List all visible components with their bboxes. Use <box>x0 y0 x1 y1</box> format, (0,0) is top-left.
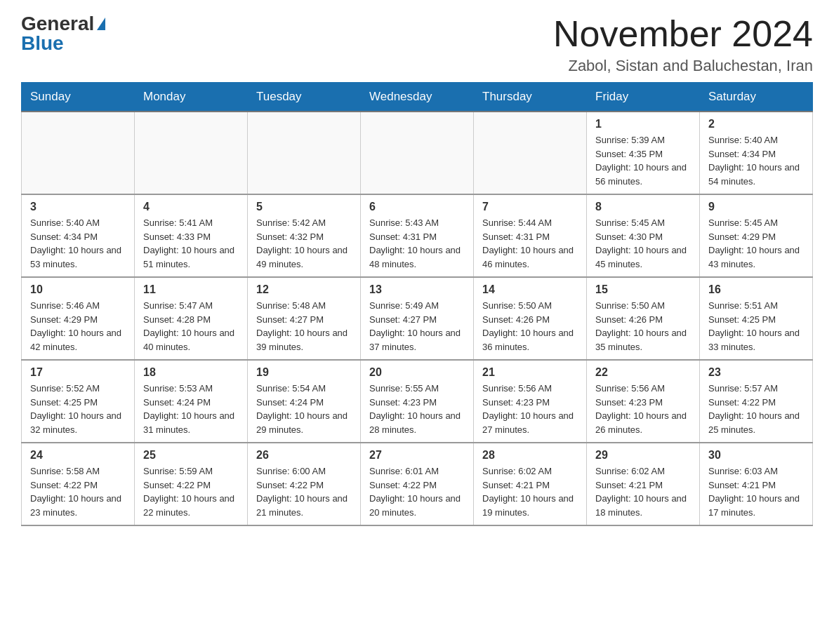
day-number: 14 <box>482 283 578 296</box>
calendar-cell: 3Sunrise: 5:40 AMSunset: 4:34 PMDaylight… <box>22 194 135 277</box>
calendar-body: 1Sunrise: 5:39 AMSunset: 4:35 PMDaylight… <box>22 112 813 525</box>
day-number: 3 <box>30 201 126 213</box>
calendar-cell <box>22 112 135 194</box>
day-info: Sunrise: 5:47 AMSunset: 4:28 PMDaylight:… <box>143 299 239 354</box>
calendar-cell: 12Sunrise: 5:48 AMSunset: 4:27 PMDayligh… <box>248 277 361 360</box>
calendar-cell <box>474 112 587 194</box>
day-info: Sunrise: 6:02 AMSunset: 4:21 PMDaylight:… <box>482 464 578 519</box>
weekday-header-monday: Monday <box>135 83 248 112</box>
day-info: Sunrise: 5:39 AMSunset: 4:35 PMDaylight:… <box>595 133 691 188</box>
calendar-cell: 22Sunrise: 5:56 AMSunset: 4:23 PMDayligh… <box>587 360 700 443</box>
calendar-cell: 14Sunrise: 5:50 AMSunset: 4:26 PMDayligh… <box>474 277 587 360</box>
calendar-cell: 28Sunrise: 6:02 AMSunset: 4:21 PMDayligh… <box>474 443 587 525</box>
calendar-cell: 5Sunrise: 5:42 AMSunset: 4:32 PMDaylight… <box>248 194 361 277</box>
calendar-cell: 13Sunrise: 5:49 AMSunset: 4:27 PMDayligh… <box>361 277 474 360</box>
weekday-header-thursday: Thursday <box>474 83 587 112</box>
day-number: 27 <box>369 449 465 462</box>
day-number: 7 <box>482 201 578 213</box>
day-info: Sunrise: 5:51 AMSunset: 4:25 PMDaylight:… <box>708 299 804 354</box>
day-number: 17 <box>30 366 126 379</box>
day-number: 1 <box>595 118 691 130</box>
title-area: November 2024 Zabol, Sistan and Baluches… <box>553 14 813 75</box>
day-number: 6 <box>369 201 465 213</box>
day-number: 28 <box>482 449 578 462</box>
day-info: Sunrise: 5:44 AMSunset: 4:31 PMDaylight:… <box>482 216 578 271</box>
day-number: 8 <box>595 201 691 213</box>
day-info: Sunrise: 5:56 AMSunset: 4:23 PMDaylight:… <box>595 382 691 436</box>
logo-triangle-icon <box>97 18 105 30</box>
day-number: 18 <box>143 366 239 379</box>
calendar-table: SundayMondayTuesdayWednesdayThursdayFrid… <box>21 82 813 526</box>
calendar-cell: 16Sunrise: 5:51 AMSunset: 4:25 PMDayligh… <box>700 277 813 360</box>
calendar-cell: 24Sunrise: 5:58 AMSunset: 4:22 PMDayligh… <box>22 443 135 525</box>
day-number: 21 <box>482 366 578 379</box>
weekday-header-saturday: Saturday <box>700 83 813 112</box>
day-info: Sunrise: 5:46 AMSunset: 4:29 PMDaylight:… <box>30 299 126 354</box>
day-info: Sunrise: 5:45 AMSunset: 4:30 PMDaylight:… <box>595 216 691 271</box>
logo-blue-text: Blue <box>21 34 64 53</box>
day-info: Sunrise: 5:54 AMSunset: 4:24 PMDaylight:… <box>256 382 352 436</box>
day-number: 9 <box>708 201 804 213</box>
day-info: Sunrise: 5:57 AMSunset: 4:22 PMDaylight:… <box>708 382 804 436</box>
day-info: Sunrise: 5:50 AMSunset: 4:26 PMDaylight:… <box>595 299 691 354</box>
weekday-header-tuesday: Tuesday <box>248 83 361 112</box>
day-info: Sunrise: 5:48 AMSunset: 4:27 PMDaylight:… <box>256 299 352 354</box>
day-info: Sunrise: 5:41 AMSunset: 4:33 PMDaylight:… <box>143 216 239 271</box>
calendar-cell: 23Sunrise: 5:57 AMSunset: 4:22 PMDayligh… <box>700 360 813 443</box>
day-number: 5 <box>256 201 352 213</box>
calendar-cell <box>248 112 361 194</box>
day-info: Sunrise: 5:52 AMSunset: 4:25 PMDaylight:… <box>30 382 126 436</box>
day-info: Sunrise: 6:03 AMSunset: 4:21 PMDaylight:… <box>708 464 804 519</box>
weekday-header-wednesday: Wednesday <box>361 83 474 112</box>
calendar-cell <box>361 112 474 194</box>
calendar-header: SundayMondayTuesdayWednesdayThursdayFrid… <box>22 83 813 112</box>
header: General Blue November 2024 Zabol, Sistan… <box>21 14 813 75</box>
month-title: November 2024 <box>553 14 813 54</box>
day-number: 13 <box>369 283 465 296</box>
calendar-week-3: 10Sunrise: 5:46 AMSunset: 4:29 PMDayligh… <box>22 277 813 360</box>
calendar-cell: 18Sunrise: 5:53 AMSunset: 4:24 PMDayligh… <box>135 360 248 443</box>
location-title: Zabol, Sistan and Baluchestan, Iran <box>553 57 813 75</box>
calendar-cell: 27Sunrise: 6:01 AMSunset: 4:22 PMDayligh… <box>361 443 474 525</box>
day-info: Sunrise: 5:58 AMSunset: 4:22 PMDaylight:… <box>30 464 126 519</box>
calendar-week-1: 1Sunrise: 5:39 AMSunset: 4:35 PMDaylight… <box>22 112 813 194</box>
day-number: 24 <box>30 449 126 462</box>
calendar-cell: 21Sunrise: 5:56 AMSunset: 4:23 PMDayligh… <box>474 360 587 443</box>
day-number: 15 <box>595 283 691 296</box>
day-info: Sunrise: 5:56 AMSunset: 4:23 PMDaylight:… <box>482 382 578 436</box>
calendar-cell: 25Sunrise: 5:59 AMSunset: 4:22 PMDayligh… <box>135 443 248 525</box>
day-number: 16 <box>708 283 804 296</box>
calendar-cell: 1Sunrise: 5:39 AMSunset: 4:35 PMDaylight… <box>587 112 700 194</box>
calendar-cell: 7Sunrise: 5:44 AMSunset: 4:31 PMDaylight… <box>474 194 587 277</box>
logo: General Blue <box>21 14 105 53</box>
day-info: Sunrise: 5:45 AMSunset: 4:29 PMDaylight:… <box>708 216 804 271</box>
day-number: 22 <box>595 366 691 379</box>
calendar-week-4: 17Sunrise: 5:52 AMSunset: 4:25 PMDayligh… <box>22 360 813 443</box>
day-number: 10 <box>30 283 126 296</box>
day-number: 29 <box>595 449 691 462</box>
day-info: Sunrise: 6:02 AMSunset: 4:21 PMDaylight:… <box>595 464 691 519</box>
day-number: 20 <box>369 366 465 379</box>
calendar-cell: 30Sunrise: 6:03 AMSunset: 4:21 PMDayligh… <box>700 443 813 525</box>
weekday-header-sunday: Sunday <box>22 83 135 112</box>
day-info: Sunrise: 5:59 AMSunset: 4:22 PMDaylight:… <box>143 464 239 519</box>
day-number: 25 <box>143 449 239 462</box>
day-number: 26 <box>256 449 352 462</box>
day-info: Sunrise: 5:40 AMSunset: 4:34 PMDaylight:… <box>708 133 804 188</box>
calendar-cell: 11Sunrise: 5:47 AMSunset: 4:28 PMDayligh… <box>135 277 248 360</box>
day-number: 23 <box>708 366 804 379</box>
calendar-week-2: 3Sunrise: 5:40 AMSunset: 4:34 PMDaylight… <box>22 194 813 277</box>
day-info: Sunrise: 5:42 AMSunset: 4:32 PMDaylight:… <box>256 216 352 271</box>
calendar-week-5: 24Sunrise: 5:58 AMSunset: 4:22 PMDayligh… <box>22 443 813 525</box>
calendar-cell: 29Sunrise: 6:02 AMSunset: 4:21 PMDayligh… <box>587 443 700 525</box>
weekday-header-friday: Friday <box>587 83 700 112</box>
day-number: 11 <box>143 283 239 296</box>
calendar-cell: 9Sunrise: 5:45 AMSunset: 4:29 PMDaylight… <box>700 194 813 277</box>
calendar-cell: 6Sunrise: 5:43 AMSunset: 4:31 PMDaylight… <box>361 194 474 277</box>
day-info: Sunrise: 5:55 AMSunset: 4:23 PMDaylight:… <box>369 382 465 436</box>
calendar-cell: 20Sunrise: 5:55 AMSunset: 4:23 PMDayligh… <box>361 360 474 443</box>
weekday-header-row: SundayMondayTuesdayWednesdayThursdayFrid… <box>22 83 813 112</box>
day-info: Sunrise: 5:53 AMSunset: 4:24 PMDaylight:… <box>143 382 239 436</box>
day-number: 2 <box>708 118 804 130</box>
calendar-cell: 8Sunrise: 5:45 AMSunset: 4:30 PMDaylight… <box>587 194 700 277</box>
